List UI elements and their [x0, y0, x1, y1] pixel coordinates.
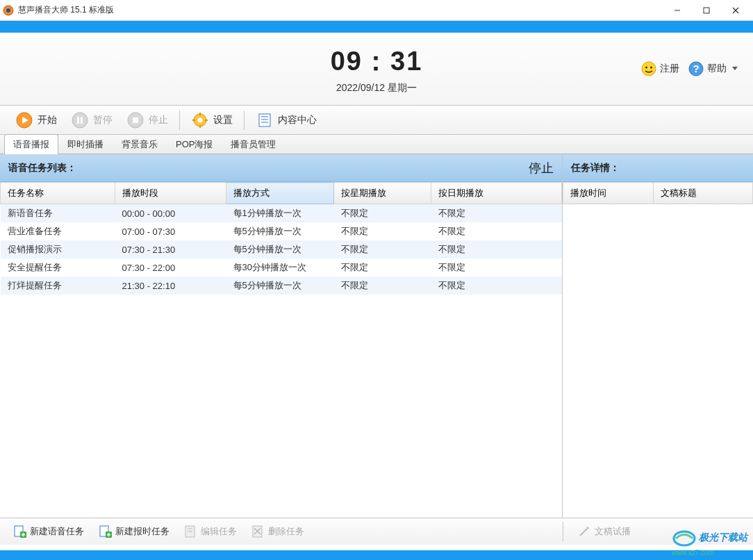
col-by-weekday[interactable]: 按星期播放	[334, 183, 431, 204]
svg-point-20	[198, 117, 203, 122]
header-right-buttons: 注册 ? 帮助	[640, 60, 738, 77]
add-clock-icon	[98, 525, 112, 538]
task-cell-weekday: 不限定	[334, 204, 431, 223]
watermark-url: www.xz7.com	[672, 549, 714, 557]
content-area: 语音任务列表： 停止 任务名称 播放时段 播放方式 按星期播放 按日期播放 新语…	[0, 154, 753, 518]
col-play-mode[interactable]: 播放方式	[226, 183, 334, 204]
col-play-period[interactable]: 播放时段	[115, 183, 226, 204]
col-by-date[interactable]: 按日期播放	[431, 183, 562, 204]
minimize-button[interactable]	[663, 1, 692, 19]
task-cell-period: 07:30 - 22:00	[115, 258, 226, 277]
gear-icon	[191, 111, 209, 129]
window-controls	[663, 1, 750, 19]
new-timed-task-label: 新建报时任务	[115, 525, 169, 538]
delete-icon	[251, 525, 265, 538]
task-detail-header: 任务详情：	[563, 154, 753, 182]
detail-table-wrap[interactable]: 播放时间 文稿标题	[563, 182, 753, 518]
clock-date: 2022/09/12 星期一	[331, 82, 423, 94]
settings-button[interactable]: 设置	[184, 108, 240, 132]
edit-icon	[183, 525, 197, 538]
main-toolbar: 开始 暂停 停止 设置 内容中心	[0, 106, 753, 135]
svg-marker-11	[732, 67, 738, 70]
close-button[interactable]	[721, 1, 750, 19]
smile-icon	[640, 60, 657, 77]
bottom-bar: 新建语音任务 新建报时任务 编辑任务 删除任务 文稿试播	[0, 518, 753, 545]
task-cell-weekday: 不限定	[334, 240, 431, 258]
col-task-name[interactable]: 任务名称	[1, 183, 115, 204]
titlebar: 慧声播音大师 15.1 标准版	[0, 0, 753, 21]
task-row[interactable]: 新语音任务00:00 - 00:00每1分钟播放一次不限定不限定	[1, 204, 562, 223]
svg-line-43	[580, 528, 588, 536]
right-panel: 任务详情： 播放时间 文稿标题	[563, 154, 753, 518]
task-detail-title: 任务详情：	[571, 162, 620, 174]
play-icon	[15, 111, 33, 129]
content-center-button[interactable]: 内容中心	[249, 108, 324, 132]
maximize-button[interactable]	[692, 1, 721, 19]
tab-background-music[interactable]: 背景音乐	[113, 134, 167, 154]
stop-label: 停止	[149, 114, 168, 126]
stop-button[interactable]: 停止	[119, 108, 175, 132]
task-cell-name: 营业准备任务	[1, 222, 115, 240]
delete-task-label: 删除任务	[268, 525, 304, 538]
watermark: 极光下载站 www.xz7.com	[672, 529, 747, 557]
register-label: 注册	[660, 63, 679, 75]
svg-point-8	[650, 67, 652, 69]
task-table-header-row: 任务名称 播放时段 播放方式 按星期播放 按日期播放	[1, 183, 562, 204]
add-document-icon	[13, 525, 26, 538]
task-table: 任务名称 播放时段 播放方式 按星期播放 按日期播放 新语音任务00:00 - …	[0, 182, 562, 295]
task-cell-weekday: 不限定	[334, 222, 431, 240]
svg-rect-18	[133, 117, 138, 123]
task-cell-mode: 每1分钟播放一次	[226, 204, 334, 223]
bottom-left-buttons: 新建语音任务 新建报时任务 编辑任务 删除任务	[0, 522, 563, 541]
new-timed-task-button[interactable]: 新建报时任务	[91, 522, 176, 541]
help-button[interactable]: ? 帮助	[688, 60, 738, 77]
task-table-wrap[interactable]: 任务名称 播放时段 播放方式 按星期播放 按日期播放 新语音任务00:00 - …	[0, 182, 562, 518]
tab-announcer-manage[interactable]: 播音员管理	[222, 134, 285, 154]
trial-play-button[interactable]: 文稿试播	[570, 522, 638, 541]
tab-voice-broadcast[interactable]: 语音播报	[4, 134, 58, 154]
document-icon	[256, 111, 274, 129]
task-cell-date: 不限定	[431, 204, 562, 223]
tab-pop-poster[interactable]: POP海报	[167, 134, 222, 154]
edit-task-button[interactable]: 编辑任务	[176, 522, 244, 541]
task-row[interactable]: 促销播报演示07:30 - 21:30每5分钟播放一次不限定不限定	[1, 240, 562, 258]
bottom-accent-stripe	[0, 550, 753, 560]
svg-rect-15	[77, 117, 79, 124]
task-row[interactable]: 营业准备任务07:00 - 07:30每5分钟播放一次不限定不限定	[1, 222, 562, 240]
pause-button[interactable]: 暂停	[64, 108, 119, 132]
svg-point-7	[645, 67, 647, 69]
tab-instant-insert[interactable]: 即时插播	[58, 134, 113, 154]
help-icon: ?	[688, 60, 704, 77]
svg-rect-16	[81, 117, 83, 124]
task-cell-mode: 每5分钟播放一次	[226, 240, 334, 258]
register-button[interactable]: 注册	[640, 60, 679, 77]
task-row[interactable]: 打烊提醒任务21:30 - 22:10每5分钟播放一次不限定不限定	[1, 277, 562, 295]
task-row[interactable]: 安全提醒任务07:30 - 22:00每30分钟播放一次不限定不限定	[1, 258, 562, 277]
clock-time: 09：31	[331, 44, 423, 79]
task-cell-name: 安全提醒任务	[1, 258, 115, 277]
task-cell-weekday: 不限定	[334, 277, 431, 295]
dropdown-arrow-icon	[732, 67, 738, 71]
detail-table-header-row: 播放时间 文稿标题	[563, 183, 753, 204]
task-list-status: 停止	[529, 160, 554, 176]
svg-point-44	[586, 527, 589, 529]
col-doc-title[interactable]: 文稿标题	[654, 183, 753, 204]
col-play-time[interactable]: 播放时间	[563, 183, 654, 204]
task-cell-date: 不限定	[431, 277, 562, 295]
svg-rect-3	[704, 8, 709, 13]
task-cell-mode: 每5分钟播放一次	[226, 222, 334, 240]
help-label: 帮助	[707, 63, 727, 75]
detail-table: 播放时间 文稿标题	[563, 182, 753, 204]
task-list-title: 语音任务列表：	[8, 162, 76, 174]
delete-task-button[interactable]: 删除任务	[244, 522, 311, 541]
toolbar-separator	[244, 110, 245, 130]
left-panel: 语音任务列表： 停止 任务名称 播放时段 播放方式 按星期播放 按日期播放 新语…	[0, 154, 563, 518]
task-cell-period: 21:30 - 22:10	[115, 277, 226, 295]
new-voice-task-button[interactable]: 新建语音任务	[6, 522, 91, 541]
task-cell-mode: 每5分钟播放一次	[226, 277, 334, 295]
stop-icon	[126, 111, 144, 129]
task-cell-period: 07:30 - 21:30	[115, 240, 226, 258]
header-area: 09：31 2022/09/12 星期一 注册 ? 帮助	[0, 33, 753, 106]
start-button[interactable]: 开始	[8, 108, 64, 132]
clock-block: 09：31 2022/09/12 星期一	[331, 44, 423, 94]
